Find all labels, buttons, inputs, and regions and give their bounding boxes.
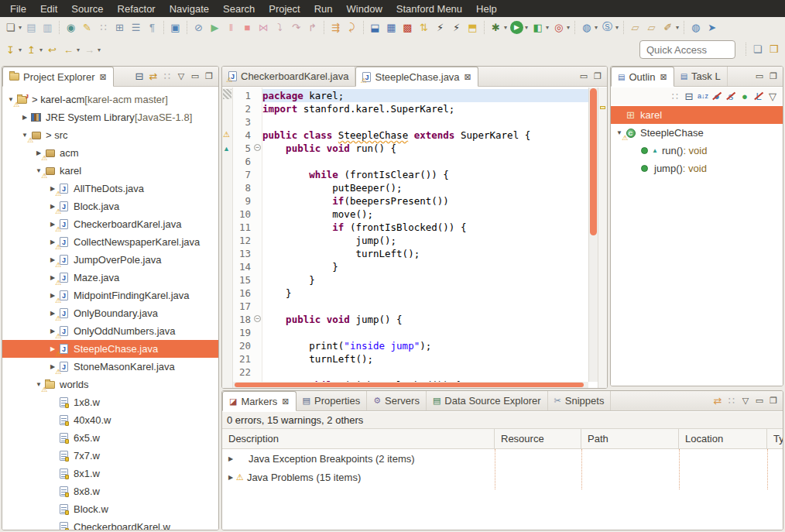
marker-row-java-problems-15-items[interactable]: ▶⚠Java Problems (15 items) — [222, 468, 783, 486]
tree-item-acm[interactable]: ▶⚠acm — [2, 144, 218, 162]
tree-item-worlds[interactable]: ▼⚠worlds — [2, 376, 218, 393]
focus-icon[interactable]: ∷ — [668, 89, 682, 103]
save-all-icon[interactable]: ▥ — [39, 19, 56, 36]
column-header-resource[interactable]: Resource — [495, 429, 581, 448]
outline-item-jump[interactable]: jump() : void — [611, 160, 783, 177]
view-menu-dots-icon[interactable]: ∷ — [160, 70, 174, 84]
tree-item-jre-system-library[interactable]: ▶JRE System Library [JavaSE-1.8] — [2, 108, 218, 126]
chevron-down-icon[interactable]: ▾ — [567, 24, 570, 31]
tree-item-block-w[interactable]: Block.w — [2, 500, 218, 518]
menu-help[interactable]: Help — [469, 2, 504, 16]
warning-marker[interactable] — [600, 106, 605, 109]
new-web-icon[interactable]: ◍▾ — [578, 19, 599, 36]
tab-outlin[interactable]: ▤Outlin⊠ — [611, 67, 674, 87]
step-over-icon[interactable]: ↷ — [288, 19, 304, 36]
collapse-all-icon[interactable]: ⊟ — [132, 70, 146, 84]
open-folder-2-icon[interactable]: ▱ — [643, 19, 660, 36]
tree-item-stonemasonkarel-java[interactable]: ▶J⚠StoneMasonKarel.java — [2, 358, 218, 376]
disconnect-icon[interactable]: ⋈ — [255, 19, 272, 36]
tab-markers[interactable]: ◪Markers⊠ — [222, 391, 297, 411]
last-edit-location-icon[interactable]: ↩ — [44, 41, 60, 58]
prev-annotation-icon[interactable]: ↥▾ — [23, 41, 44, 58]
tree-item-midpointfindingkarel-java[interactable]: ▶J⚠MidpointFindingKarel.java — [2, 287, 218, 304]
menu-window[interactable]: Window — [340, 2, 389, 16]
filters-icon[interactable]: ⇄ — [711, 394, 725, 408]
close-icon[interactable]: ⊠ — [282, 396, 289, 407]
minimize-icon[interactable]: ▭ — [752, 394, 766, 408]
chevron-down-icon[interactable]: ▾ — [615, 24, 619, 31]
save-icon[interactable]: ▤ — [23, 19, 39, 36]
column-header-path[interactable]: Path — [581, 429, 679, 448]
hide-local-types-icon[interactable]: L — [752, 89, 766, 103]
chevron-down-icon[interactable]: ▾ — [19, 46, 22, 53]
terminate-icon[interactable]: ■ — [239, 19, 255, 36]
tree-item-6x5-w[interactable]: 6x5.w — [2, 429, 218, 447]
chevron-down-icon[interactable]: ▾ — [39, 46, 43, 53]
menu-search[interactable]: Search — [216, 2, 262, 16]
tree-item-karel-acm[interactable]: ▼J⚠> karel-acm [karel-acm master] — [2, 91, 218, 108]
synchronize-icon[interactable]: ⇅ — [416, 19, 432, 36]
javaee-perspective-icon[interactable]: ❒ — [766, 40, 782, 57]
web-service-icon[interactable]: Ⓢ▾ — [599, 19, 620, 36]
tree-item-karel[interactable]: ▼⚠karel — [2, 162, 218, 180]
twisty-closed-icon[interactable]: ▶ — [225, 455, 236, 462]
menu-edit[interactable]: Edit — [33, 2, 64, 16]
menu-stanford-menu[interactable]: Stanford Menu — [389, 2, 469, 16]
tree-item-1x8-w[interactable]: 1x8.w — [2, 393, 218, 411]
twisty-closed-icon[interactable]: ▶ — [19, 114, 30, 121]
new-wizard-icon[interactable]: ❏▾ — [2, 19, 23, 36]
editor-tab-steeplechase-java[interactable]: J⚠SteepleChase.java⊠ — [355, 67, 478, 87]
debug-external-icon[interactable]: ⚡ — [448, 19, 464, 36]
suspend-icon[interactable]: ‖ — [223, 19, 239, 36]
editor-tab-checkerboardkarel-java[interactable]: J⚠CheckerboardKarel.java — [222, 67, 355, 86]
hide-non-public-icon[interactable]: ● — [738, 89, 752, 103]
skip-breakpoints-icon[interactable]: ⊘ — [190, 19, 207, 36]
tree-item-checkerboardkarel-java[interactable]: ▶J⚠CheckerboardKarel.java — [2, 215, 218, 233]
tab-project-explorer[interactable]: Project Explorer ⊠ — [2, 67, 114, 87]
fold-collapse-icon[interactable]: − — [254, 144, 261, 151]
task-repository-icon[interactable]: ◉ — [63, 19, 79, 36]
tree-item-src[interactable]: ▼⚠> src — [2, 126, 218, 144]
run-icon[interactable]: ▶▾ — [509, 19, 530, 36]
vertical-scrollbar[interactable] — [588, 88, 598, 382]
outline-item-steeplechase[interactable]: ▼C⚠SteepleChase — [611, 124, 783, 142]
show-whitespace-icon[interactable]: ¶ — [144, 19, 160, 36]
link-with-editor-icon[interactable]: ⇄ — [146, 70, 160, 84]
chevron-down-icon[interactable]: ▾ — [19, 24, 22, 31]
tree-item-40x40-w[interactable]: 40x40.w — [2, 411, 218, 429]
step-return-icon[interactable]: ↱ — [304, 19, 321, 36]
tree-item-jumpoverpole-java[interactable]: ▶J⚠JumpOverPole.java — [2, 251, 218, 269]
debug-icon[interactable]: ✱▾ — [488, 19, 509, 36]
view-menu-icon[interactable]: ▽ — [174, 70, 188, 84]
hide-static-icon[interactable]: s — [724, 89, 738, 103]
maximize-icon[interactable]: ❐ — [766, 70, 780, 84]
brush-icon[interactable]: ✐▾ — [660, 19, 680, 36]
junit-icon[interactable]: ▩ — [399, 19, 416, 36]
twisty-closed-icon[interactable]: ▶ — [225, 474, 236, 481]
menu-file[interactable]: File — [3, 2, 33, 16]
chevron-down-icon[interactable]: ▾ — [77, 46, 80, 53]
vertical-scrollbar-thumb[interactable] — [590, 88, 597, 235]
chevron-down-icon[interactable]: ▾ — [676, 24, 679, 31]
horizontal-scrollbar[interactable] — [233, 382, 588, 388]
column-header-description[interactable]: Description — [222, 429, 495, 448]
forward-icon[interactable]: →▾ — [81, 41, 102, 58]
highlight-icon[interactable]: ✎ — [79, 19, 95, 36]
chevron-down-icon[interactable]: ▾ — [595, 24, 598, 31]
minimize-icon[interactable]: ▭ — [752, 70, 766, 84]
hide-fields-icon[interactable]: ● — [710, 89, 724, 103]
menu-run[interactable]: Run — [307, 2, 340, 16]
maximize-icon[interactable]: ❐ — [202, 70, 216, 84]
tree-item-allthedots-java[interactable]: ▶J⚠AllTheDots.java — [2, 180, 218, 197]
chevron-down-icon[interactable]: ▾ — [546, 24, 549, 31]
chevron-down-icon[interactable]: ▾ — [525, 24, 528, 31]
back-icon[interactable]: ←▾ — [60, 41, 81, 58]
tab-servers[interactable]: ⚙Servers — [367, 391, 427, 410]
chevron-down-icon[interactable]: ▾ — [504, 24, 507, 31]
warning-bulb-icon[interactable]: ⚠ — [223, 130, 230, 139]
chevron-down-icon[interactable]: ▾ — [98, 46, 101, 53]
tab-data-source-explorer[interactable]: ▤Data Source Explorer — [427, 391, 548, 410]
tree-item-8x8-w[interactable]: 8x8.w — [2, 482, 218, 500]
maximize-icon[interactable]: ❐ — [591, 70, 605, 84]
import-launch-icon[interactable]: ⬓ — [367, 19, 383, 36]
